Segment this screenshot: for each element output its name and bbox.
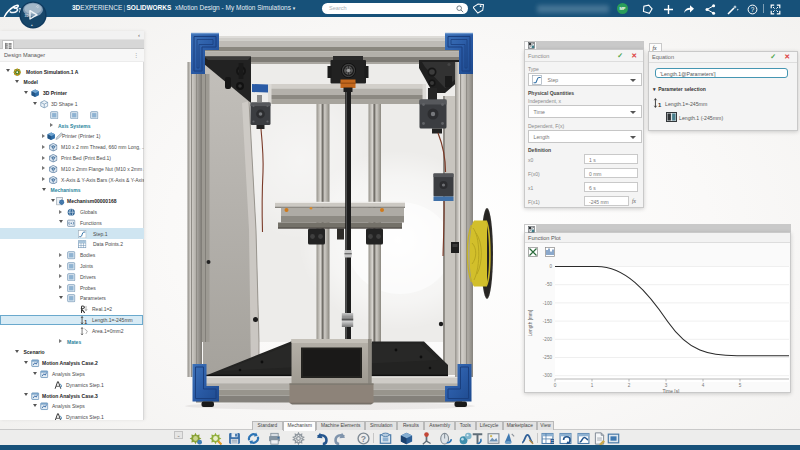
svg-text:?: ? bbox=[751, 5, 755, 12]
svg-text:5: 5 bbox=[739, 383, 742, 388]
svg-text:3: 3 bbox=[665, 383, 668, 388]
svg-text:B: B bbox=[549, 437, 553, 445]
svg-text:1: 1 bbox=[591, 383, 594, 388]
svg-text:3D: 3D bbox=[25, 14, 30, 18]
svg-text:Length [mm]: Length [mm] bbox=[528, 310, 533, 337]
svg-text:-150: -150 bbox=[543, 319, 553, 324]
svg-text:Time [s]: Time [s] bbox=[663, 389, 680, 394]
svg-text:-300: -300 bbox=[543, 373, 553, 378]
svg-text:4: 4 bbox=[702, 383, 705, 388]
svg-text:-100: -100 bbox=[543, 301, 553, 306]
svg-text:-50: -50 bbox=[545, 282, 552, 287]
svg-text:2: 2 bbox=[628, 383, 631, 388]
svg-text:0: 0 bbox=[554, 383, 557, 388]
svg-text:-200: -200 bbox=[543, 337, 553, 342]
svg-text:▴: ▴ bbox=[30, 23, 33, 27]
svg-text:-250: -250 bbox=[543, 355, 553, 360]
svg-text:0: 0 bbox=[549, 264, 552, 269]
svg-text:?: ? bbox=[360, 433, 365, 443]
